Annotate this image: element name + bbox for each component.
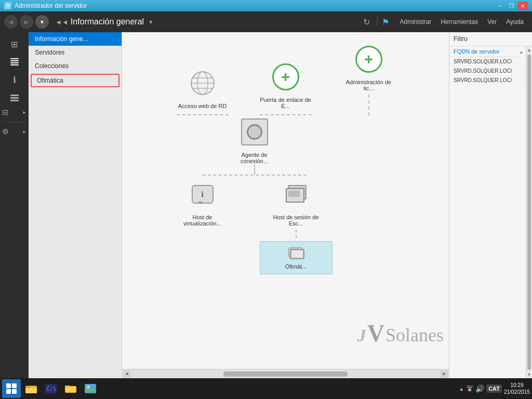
scroll-up-arrow[interactable]: ▲ [526, 46, 532, 54]
nav-item-colecciones[interactable]: Colecciones [29, 59, 122, 73]
sess-icon-inner [283, 181, 310, 208]
svg-rect-4 [10, 95, 19, 96]
content-area: Acceso web de RD + Puerta de enlace de E… [122, 32, 449, 378]
scroll-down-arrow[interactable]: ▼ [526, 371, 532, 378]
svg-rect-0 [10, 58, 19, 59]
svg-rect-2 [10, 62, 19, 63]
maximize-button[interactable]: ❐ [506, 2, 516, 10]
breadcrumb-dropdown[interactable]: ▼ [148, 19, 153, 25]
host-sesion-label: Host de sesión de Esc... [270, 214, 322, 227]
node-host-sesion[interactable]: Host de sesión de Esc... [260, 178, 332, 274]
taskbar-folder[interactable] [61, 379, 80, 398]
node-acceso-web[interactable]: Acceso web de RD [177, 66, 229, 115]
explorer-icon [25, 383, 37, 394]
node-host-virt[interactable]: ℹ Host de virtualización... [177, 178, 229, 227]
filter-row: Filtro [449, 32, 532, 46]
sidebar-icon-list[interactable] [5, 54, 24, 70]
nav-item-info-general[interactable]: Información gene... [29, 32, 122, 46]
taskbar-terminal[interactable]: C:\ [42, 379, 60, 398]
breadcrumb-arrows: ◄◄ [55, 18, 69, 26]
chat-bubble-icon: ℹ [192, 185, 214, 204]
filter-label: Filtro [454, 35, 468, 43]
monitor-front [286, 188, 304, 203]
top-row: Acceso web de RD + Puerta de enlace de E… [177, 43, 395, 115]
svg-rect-5 [10, 97, 19, 99]
connector-agente-v [254, 164, 255, 175]
menu-administrar[interactable]: Administrar [395, 16, 435, 28]
plus-circle-puerta: + [272, 63, 299, 90]
virt-icon-inner: ℹ [189, 181, 216, 208]
taskbar: C:\ ▲ [0, 378, 532, 399]
sidebar-icon-roles[interactable]: ⊟ ► [0, 107, 29, 117]
acceso-web-icon [186, 66, 219, 100]
col-header-fqdn[interactable]: FQDN de servidor [449, 46, 519, 57]
sidebar-icon-dashboard[interactable]: ⊞ [5, 36, 24, 52]
admin-lic-label: Administración de lic... [343, 79, 395, 91]
taskbar-explorer[interactable] [22, 379, 41, 398]
puerta-enlace-label: Puerta de enlace de E... [260, 97, 312, 109]
dropdown-button[interactable]: ▼ [35, 15, 49, 29]
right-panel-inner: FQDN de servidor ▲ SRVRD.SOLQUER.LOC/ SR… [449, 46, 532, 378]
connector-sesion-v [296, 230, 297, 238]
sort-header-row: FQDN de servidor ▲ [449, 46, 526, 57]
svg-rect-23 [66, 387, 75, 392]
connector-admin-v [368, 95, 369, 115]
menu-bar: ◄ ► ▼ ◄◄ Información general ▼ ↻ ⚑ Admin… [0, 11, 532, 32]
menu-ver[interactable]: Ver [483, 16, 501, 28]
nav-item-servidores[interactable]: Servidores [29, 46, 122, 59]
tray-network-icon [466, 384, 473, 393]
date-value: 21/02/2015 [504, 389, 530, 395]
server-item-1[interactable]: SRVRD.SOLQUER.LOC/ [449, 57, 526, 66]
menu-ayuda[interactable]: Ayuda [502, 16, 528, 28]
menu-items: Administrar Herramientas Ver Ayuda [395, 16, 528, 28]
admin-lic-icon: + [352, 43, 385, 76]
scroll-right-arrow[interactable]: ► [441, 370, 448, 378]
app-icon: ⚙ [4, 2, 11, 9]
node-ofimatica[interactable]: Ofimàt... [260, 241, 332, 274]
ofimatica-label: Ofimàt... [285, 263, 307, 270]
svg-rect-13 [288, 191, 300, 197]
tray-arrow-up[interactable]: ▲ [459, 386, 464, 392]
node-puerta-enlace[interactable]: + Puerta de enlace de E... [260, 60, 312, 115]
right-panel-scrollbar[interactable]: ▲ ▼ [526, 46, 532, 378]
forward-button[interactable]: ► [20, 15, 33, 29]
svg-rect-27 [467, 387, 472, 388]
right-panel-content: FQDN de servidor ▲ SRVRD.SOLQUER.LOC/ SR… [449, 46, 526, 378]
back-button[interactable]: ◄ [4, 15, 18, 29]
sidebar-icon-layers[interactable] [5, 89, 24, 105]
close-button[interactable]: ✕ [517, 2, 528, 10]
start-icon [6, 383, 17, 394]
node-admin-lic[interactable]: + Administración de lic... [343, 43, 395, 115]
scroll-thumb-h[interactable] [223, 371, 348, 377]
main-container: ⊞ ℹ ⊟ ► ⚙ ► Informació [0, 32, 532, 378]
time-value: 10:29 [504, 382, 530, 389]
svg-rect-3 [10, 64, 19, 65]
nav-item-ofimatica[interactable]: Ofimàtica [31, 74, 119, 87]
server-item-3[interactable]: SRVRD.SOLQUER.LOC/ [449, 76, 526, 85]
scroll-left-arrow[interactable]: ◄ [123, 370, 130, 378]
language-indicator[interactable]: CAT [486, 384, 502, 393]
start-button[interactable] [2, 379, 21, 398]
svg-rect-24 [85, 384, 96, 393]
sidebar-icon-tools[interactable]: ⚙ ► [0, 126, 29, 137]
svg-point-25 [87, 385, 90, 389]
taskbar-image-viewer[interactable] [81, 379, 100, 398]
terminal-icon: C:\ [45, 383, 57, 394]
minimize-button[interactable]: ─ [495, 2, 505, 10]
content-inner: Acceso web de RD + Puerta de enlace de E… [122, 32, 449, 369]
horizontal-scrollbar[interactable]: ◄ ► [122, 369, 449, 378]
sidebar-icon-info[interactable]: ℹ [5, 72, 24, 87]
acceso-web-label: Acceso web de RD [178, 103, 227, 109]
refresh-button[interactable]: ↻ [360, 15, 373, 29]
time-display: 10:29 21/02/2015 [504, 382, 530, 395]
server-item-2[interactable]: SRVRD.SOLQUER.LOC/ [449, 66, 526, 76]
tray-volume-icon: 🔊 [475, 384, 484, 393]
node-agente[interactable]: Agente de conexión... [229, 115, 281, 164]
menu-herramientas[interactable]: Herramientas [436, 16, 482, 28]
folder-icon [65, 383, 76, 394]
connector-h-middle [203, 175, 307, 176]
host-virt-icon: ℹ [186, 178, 219, 211]
svg-rect-16 [291, 250, 303, 258]
svg-rect-18 [25, 387, 31, 388]
scroll-thumb-v[interactable] [527, 55, 531, 370]
